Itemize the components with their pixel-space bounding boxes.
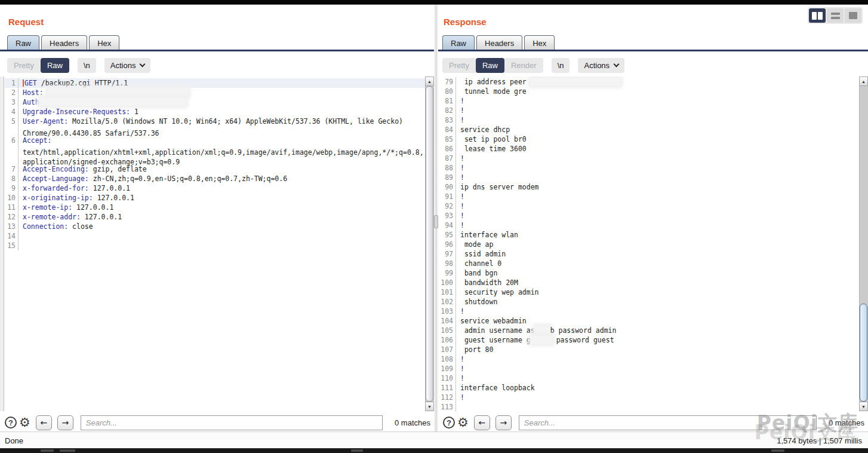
line-number: 79 — [440, 77, 456, 87]
response-scrollbar[interactable]: ▲ ▼ — [859, 76, 868, 411]
line-text: channel 0 — [460, 259, 501, 268]
pretty-button[interactable]: Pretty — [7, 58, 41, 73]
status-done: Done — [5, 436, 23, 445]
line-number: 7 — [5, 164, 19, 174]
search-next-button[interactable]: → — [495, 415, 512, 430]
newline-toggle-button[interactable]: \n — [78, 58, 96, 73]
layout-single-pane-icon[interactable] — [845, 8, 861, 23]
code-line: 110! — [440, 374, 859, 383]
render-button[interactable]: Render — [504, 58, 543, 73]
code-line: 4Upgrade-Insecure-Requests: 1 — [5, 107, 425, 117]
panel-splitter[interactable] — [434, 5, 438, 431]
tab-raw[interactable]: Raw — [442, 35, 475, 50]
search-input[interactable] — [519, 415, 817, 430]
code-line: 99 band bgn — [440, 268, 859, 278]
code-line: 83! — [440, 115, 859, 125]
line-number: 95 — [440, 230, 456, 240]
splitter-grip[interactable] — [434, 215, 438, 228]
code-line: 112! — [440, 393, 859, 402]
line-number: 2 — [5, 88, 19, 97]
code-line: 98 channel 0 — [440, 259, 859, 268]
line-number — [5, 155, 19, 164]
newline-toggle-button[interactable]: \n — [552, 58, 570, 73]
code-line: 5User-Agent: Mozilla/5.0 (Windows NT 10.… — [5, 117, 425, 126]
line-text: set ip pool br0 — [460, 135, 527, 143]
gear-icon[interactable]: ⚙ — [457, 417, 469, 428]
search-prev-button[interactable]: ← — [36, 415, 52, 430]
help-icon[interactable]: ? — [5, 417, 17, 428]
tab-hex[interactable]: Hex — [89, 35, 119, 50]
code-line: 109! — [440, 364, 859, 374]
line-number: 98 — [440, 259, 456, 268]
line-number: 96 — [440, 240, 456, 249]
line-number: 87 — [440, 154, 456, 163]
scroll-down-icon[interactable]: ▼ — [425, 402, 434, 411]
code-line: text/html,application/xhtml+xml,applicat… — [5, 145, 425, 155]
code-line: 87! — [440, 154, 859, 163]
line-number: 15 — [5, 241, 19, 250]
line-text: tunnel mode gre — [460, 87, 527, 96]
bottom-strip-mark — [771, 449, 784, 452]
request-tabs: RawHeadersHex — [7, 34, 121, 50]
search-prev-button[interactable]: ← — [474, 415, 490, 430]
line-number: 106 — [440, 335, 456, 345]
line-text: Upgrade-Insecure-Requests: 1 — [23, 108, 138, 116]
line-number: 84 — [440, 125, 456, 134]
search-next-button[interactable]: → — [57, 415, 73, 430]
layout-split-rows-icon[interactable] — [827, 8, 844, 23]
bottom-strip-mark — [351, 449, 363, 452]
raw-button[interactable]: Raw — [476, 58, 504, 73]
line-number: 93 — [440, 211, 456, 221]
line-number: 80 — [440, 87, 456, 96]
line-text: ! — [460, 221, 464, 229]
scroll-up-icon[interactable]: ▲ — [425, 76, 434, 86]
response-editor[interactable]: 79 ip address peer 80 tunnel mode gre81!… — [440, 76, 859, 412]
request-scrollbar[interactable]: ▲ ▼ — [425, 76, 434, 411]
code-line: 96 mode ap — [440, 240, 859, 249]
status-metrics: 1,574 bytes | 1,507 millis — [777, 436, 862, 445]
code-line: 93! — [440, 211, 859, 221]
layout-split-columns-icon[interactable] — [809, 8, 826, 23]
line-text: band bgn — [460, 269, 497, 277]
layout-toggle-group — [808, 7, 863, 24]
scroll-up-icon[interactable]: ▲ — [859, 76, 868, 86]
line-text: Accept-Language: zh-CN,zh;q=0.9,en-US;q=… — [23, 175, 287, 183]
request-editor[interactable]: 1GET /backup2.cgi HTTP/1.12Host: 3Auth4U… — [5, 76, 425, 412]
line-text: Auth — [23, 98, 186, 106]
line-number: 97 — [440, 249, 456, 259]
tab-headers[interactable]: Headers — [476, 35, 522, 50]
line-text: service dhcp — [460, 126, 510, 134]
code-line: 95interface wlan — [440, 230, 859, 240]
line-number: 112 — [440, 393, 456, 402]
scroll-down-icon[interactable]: ▼ — [859, 402, 868, 411]
pretty-button[interactable]: Pretty — [442, 58, 476, 73]
line-number: 113 — [440, 402, 456, 412]
tab-raw[interactable]: Raw — [7, 35, 39, 50]
line-number: 90 — [440, 182, 456, 192]
line-text: ! — [460, 202, 464, 210]
code-line: 13Connection: close — [5, 222, 425, 231]
line-text: ! — [460, 173, 464, 182]
tab-hex[interactable]: Hex — [524, 35, 555, 50]
scrollbar-thumb[interactable] — [426, 86, 433, 402]
code-line: 80 tunnel mode gre — [440, 87, 859, 96]
line-text: GET /backup2.cgi HTTP/1.1 — [23, 79, 128, 87]
raw-button[interactable]: Raw — [41, 58, 69, 73]
redacted-blur — [535, 326, 550, 334]
line-number: 109 — [440, 364, 456, 374]
code-line: Chrome/90.0.4430.85 Safari/537.36 — [5, 126, 425, 136]
help-icon[interactable]: ? — [443, 417, 455, 428]
actions-button[interactable]: Actions — [578, 58, 624, 73]
line-text: interface wlan — [460, 231, 518, 239]
line-text: ! — [460, 307, 464, 316]
gear-icon[interactable]: ⚙ — [19, 417, 30, 428]
tab-headers[interactable]: Headers — [41, 35, 87, 50]
search-input[interactable] — [81, 415, 383, 430]
code-line: 100 bandwidth 20M — [440, 278, 859, 287]
line-text: x-remote-ip: 127.0.0.1 — [23, 203, 113, 212]
request-search-bar: ? ⚙ ← → 0 matches — [5, 414, 430, 431]
line-text: interface loopback — [460, 384, 535, 392]
code-line: 81! — [440, 96, 859, 106]
scrollbar-thumb[interactable] — [860, 304, 867, 402]
actions-button[interactable]: Actions — [104, 58, 151, 73]
